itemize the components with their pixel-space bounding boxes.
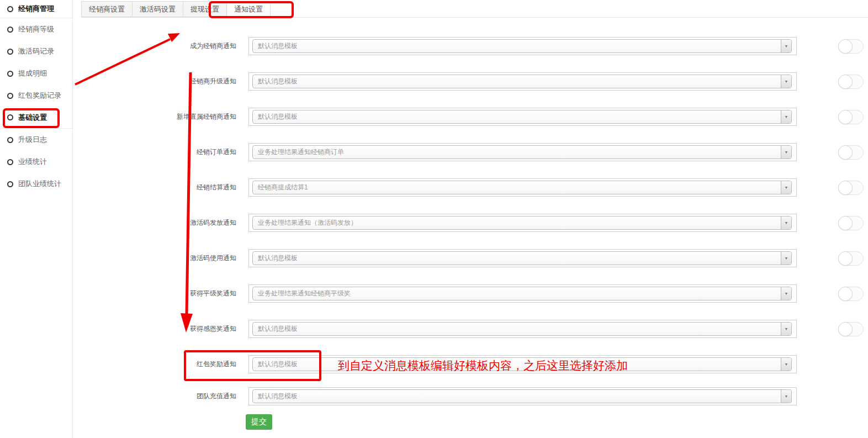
select-display: 默认消息模板▼ [252,322,792,336]
row-label: 获得感恩奖通知 [0,320,236,338]
select-dropdown-button[interactable]: ▼ [781,390,791,403]
row-label: 成为经销商通知 [0,37,236,55]
template-select[interactable]: 业务处理结果通知经销商订单▼ [248,143,797,161]
enable-toggle[interactable] [838,75,864,89]
form-row: 经销订单通知业务处理结果通知经销商订单▼ [0,143,868,161]
select-value: 默认消息模板 [258,40,298,52]
submit-button[interactable]: 提交 [246,414,272,430]
select-dropdown-button[interactable]: ▼ [781,146,791,159]
caret-down-icon: ▼ [781,110,791,123]
caret-down-icon: ▼ [781,358,791,371]
enable-toggle[interactable] [838,145,864,160]
caret-down-icon: ▼ [781,323,791,335]
tab[interactable]: 激活码设置 [132,1,183,17]
template-select[interactable]: 默认消息模板▼ [248,387,797,405]
template-select[interactable]: 默认消息模板▼ [248,37,797,55]
tab[interactable]: 通知设置 [226,1,271,17]
sidebar-item-label: 红包奖励记录 [18,91,61,101]
template-select[interactable]: 默认消息模板▼ [248,249,797,267]
circle-icon [7,6,13,12]
caret-down-icon: ▼ [781,390,791,403]
enable-toggle[interactable] [838,216,864,230]
template-select[interactable]: 默认消息模板▼ [248,108,797,126]
caret-down-icon: ▼ [781,146,791,159]
tab[interactable]: 经销商设置 [81,1,133,17]
select-value: 经销商提成结算1 [258,181,308,194]
select-dropdown-button[interactable]: ▼ [781,358,791,371]
sidebar-item-label: 经销商等级 [18,24,54,34]
row-label: 团队充值通知 [0,387,236,405]
tabbar: 经销商设置激活码设置提现设置通知设置 [82,1,271,17]
row-label: 激活码使用通知 [0,249,236,267]
select-dropdown-button[interactable]: ▼ [781,75,791,88]
toggle-knob [838,251,853,266]
circle-icon [7,137,13,143]
sidebar-item[interactable]: 经销商管理 [0,0,72,18]
form-row: 激活码发放通知业务处理结果通知（激活码发放）▼ [0,214,868,232]
template-select[interactable]: 默认消息模板▼ [248,72,797,91]
tabbar-underline [82,17,868,18]
select-value: 默认消息模板 [258,110,298,123]
row-label: 激活码发放通知 [0,214,236,232]
select-dropdown-button[interactable]: ▼ [781,252,791,265]
select-value: 默认消息模板 [258,390,298,403]
form-row: 经销结算通知经销商提成结算1▼ [0,178,868,197]
enable-toggle[interactable] [838,251,864,266]
circle-icon [7,93,13,99]
form-row: 激活码使用通知默认消息模板▼ [0,249,868,267]
select-dropdown-button[interactable]: ▼ [781,110,791,123]
caret-down-icon: ▼ [781,40,791,52]
caret-down-icon: ▼ [781,287,791,300]
select-dropdown-button[interactable]: ▼ [781,323,791,335]
caret-down-icon: ▼ [781,181,791,194]
row-label: 经销订单通知 [0,143,236,161]
row-label: 经销商升级通知 [0,72,236,91]
select-dropdown-button[interactable]: ▼ [781,40,791,52]
caret-down-icon: ▼ [781,252,791,265]
toggle-knob [838,181,853,195]
form-row: 团队充值通知默认消息模板▼ [0,387,868,405]
select-display: 经销商提成结算1▼ [252,181,792,194]
toggle-knob [838,39,853,54]
template-select[interactable]: 默认消息模板▼ [248,355,797,373]
select-display: 默认消息模板▼ [252,39,792,53]
enable-toggle[interactable] [838,110,864,124]
template-select[interactable]: 业务处理结果通知（激活码发放）▼ [248,214,797,232]
select-dropdown-button[interactable]: ▼ [781,287,791,300]
row-label: 红包奖励通知 [0,355,236,373]
select-display: 业务处理结果通知经销商平级奖▼ [252,287,792,300]
enable-toggle[interactable] [838,39,864,54]
toggle-knob [838,75,853,89]
form-row: 红包奖励通知默认消息模板▼ [0,355,868,373]
select-display: 默认消息模板▼ [252,110,792,124]
toggle-knob [838,110,853,124]
circle-icon [7,27,13,33]
template-select[interactable]: 业务处理结果通知经销商平级奖▼ [248,284,797,303]
select-dropdown-button[interactable]: ▼ [781,217,791,229]
select-value: 默认消息模板 [258,252,298,265]
form-row: 获得感恩奖通知默认消息模板▼ [0,320,868,338]
toggle-knob [838,322,853,336]
row-label: 获得平级奖通知 [0,284,236,303]
toggle-knob [838,287,853,301]
caret-down-icon: ▼ [781,217,791,229]
template-select[interactable]: 默认消息模板▼ [248,320,797,338]
form-row: 获得平级奖通知业务处理结果通知经销商平级奖▼ [0,284,868,303]
select-display: 业务处理结果通知经销商订单▼ [252,145,792,159]
toggle-knob [838,145,853,160]
template-select[interactable]: 经销商提成结算1▼ [248,178,797,197]
form-row: 成为经销商通知默认消息模板▼ [0,37,868,55]
enable-toggle[interactable] [838,287,864,301]
select-dropdown-button[interactable]: ▼ [781,181,791,194]
select-value: 业务处理结果通知经销商订单 [258,146,344,159]
tab[interactable]: 提现设置 [183,1,227,17]
select-value: 业务处理结果通知（激活码发放） [258,217,357,229]
select-value: 业务处理结果通知经销商平级奖 [258,287,351,300]
enable-toggle[interactable] [838,181,864,195]
select-display: 默认消息模板▼ [252,389,792,403]
form-row: 新增直属经销商通知默认消息模板▼ [0,108,868,126]
select-display: 默认消息模板▼ [252,251,792,265]
row-label: 经销结算通知 [0,178,236,197]
enable-toggle[interactable] [838,322,864,336]
sidebar-item-label: 经销商管理 [18,4,54,14]
